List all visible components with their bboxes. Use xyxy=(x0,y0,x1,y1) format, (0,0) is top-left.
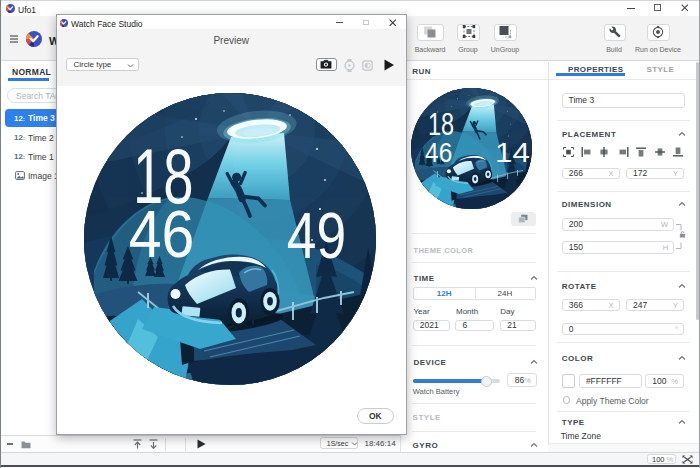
svg-text:46: 46 xyxy=(128,196,194,271)
svg-text:14: 14 xyxy=(495,136,530,168)
svg-text:49: 49 xyxy=(286,200,345,272)
svg-text:46: 46 xyxy=(425,137,452,168)
